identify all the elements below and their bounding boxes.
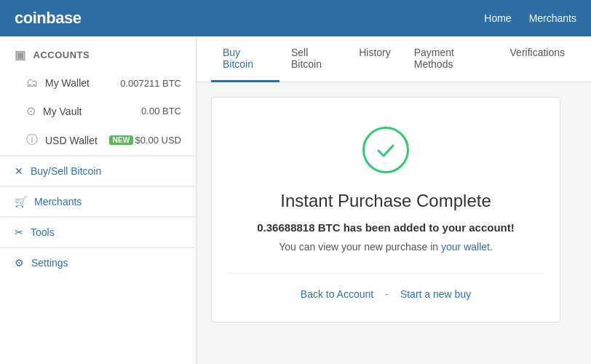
- logo: coinbase: [15, 9, 81, 28]
- tab-sell-bitcoin[interactable]: Sell Bitcoin: [279, 36, 347, 82]
- new-badge: NEW: [109, 135, 133, 145]
- tabs-bar: Buy Bitcoin Sell Bitcoin History Payment…: [197, 36, 591, 82]
- sidebar-item-settings[interactable]: ⚙ Settings: [0, 248, 196, 277]
- card-actions: Back to Account - Start a new buy: [226, 288, 545, 300]
- card-divider: [226, 273, 545, 274]
- card-sub-before: You can view your new purchase in: [279, 241, 441, 253]
- settings-icon: ⚙: [15, 257, 24, 269]
- main-body: Instant Purchase Complete 0.36688818 BTC…: [197, 82, 591, 337]
- usd-icon: ⓘ: [26, 132, 38, 148]
- sidebar-item-usd-wallet[interactable]: ⓘ USD Wallet NEW $0.00 USD: [0, 125, 196, 155]
- action-separator: -: [385, 288, 389, 300]
- sidebar-item-tools[interactable]: ✂ Tools: [0, 217, 196, 247]
- accounts-label: Accounts: [33, 50, 90, 60]
- purchase-complete-card: Instant Purchase Complete 0.36688818 BTC…: [211, 97, 560, 323]
- my-vault-label: My Vault: [43, 106, 82, 117]
- tab-history[interactable]: History: [347, 36, 402, 82]
- my-vault-value: 0.00 BTC: [141, 106, 181, 116]
- nav-home[interactable]: Home: [484, 12, 511, 24]
- tools-icon: ✂: [15, 226, 23, 238]
- sidebar-item-my-vault[interactable]: ⊙ My Vault 0.00 BTC: [0, 97, 196, 125]
- sidebar-item-buy-sell[interactable]: ✕ Buy/Sell Bitcoin: [0, 156, 196, 186]
- settings-label: Settings: [31, 257, 68, 269]
- card-sub-after: .: [490, 241, 493, 253]
- merchants-label: Merchants: [34, 196, 82, 207]
- vault-icon: ⊙: [26, 104, 36, 118]
- card-title: Instant Purchase Complete: [226, 191, 545, 211]
- wallet-icon: 🗂: [26, 76, 38, 90]
- merchants-icon: 🛒: [15, 196, 27, 207]
- card-amount: 0.36688818 BTC has been added to your ac…: [226, 221, 545, 234]
- success-icon: [362, 127, 409, 173]
- tab-verifications[interactable]: Verifications: [499, 36, 576, 82]
- usd-wallet-label: USD Wallet: [45, 135, 98, 146]
- buy-sell-label: Buy/Sell Bitcoin: [31, 165, 101, 177]
- buysell-icon: ✕: [15, 165, 23, 177]
- layout: ▣ Accounts 🗂 My Wallet 0.007211 BTC ⊙ My…: [0, 36, 591, 364]
- tools-label: Tools: [31, 226, 55, 238]
- my-wallet-label: My Wallet: [45, 77, 90, 89]
- folder-icon: ▣: [15, 48, 26, 62]
- my-wallet-value: 0.007211 BTC: [120, 78, 181, 89]
- topnav: coinbase Home Merchants: [0, 0, 591, 36]
- usd-wallet-value: $0.00 USD: [135, 135, 181, 146]
- nav-merchants[interactable]: Merchants: [529, 12, 576, 24]
- sidebar: ▣ Accounts 🗂 My Wallet 0.007211 BTC ⊙ My…: [0, 36, 197, 364]
- tab-payment-methods[interactable]: Payment Methods: [402, 36, 499, 82]
- checkmark-svg: [374, 138, 397, 162]
- topnav-links: Home Merchants: [484, 12, 576, 24]
- start-new-buy-link[interactable]: Start a new buy: [400, 288, 471, 300]
- main-content: Buy Bitcoin Sell Bitcoin History Payment…: [197, 36, 591, 364]
- card-sub-text: You can view your new purchase in your w…: [226, 241, 545, 253]
- your-wallet-link[interactable]: your wallet: [441, 241, 490, 253]
- sidebar-item-merchants[interactable]: 🛒 Merchants: [0, 186, 196, 216]
- accounts-section-header: ▣ Accounts: [0, 36, 196, 69]
- tab-buy-bitcoin[interactable]: Buy Bitcoin: [211, 36, 279, 82]
- sidebar-item-my-wallet[interactable]: 🗂 My Wallet 0.007211 BTC: [0, 69, 196, 97]
- back-to-account-link[interactable]: Back to Account: [301, 288, 373, 300]
